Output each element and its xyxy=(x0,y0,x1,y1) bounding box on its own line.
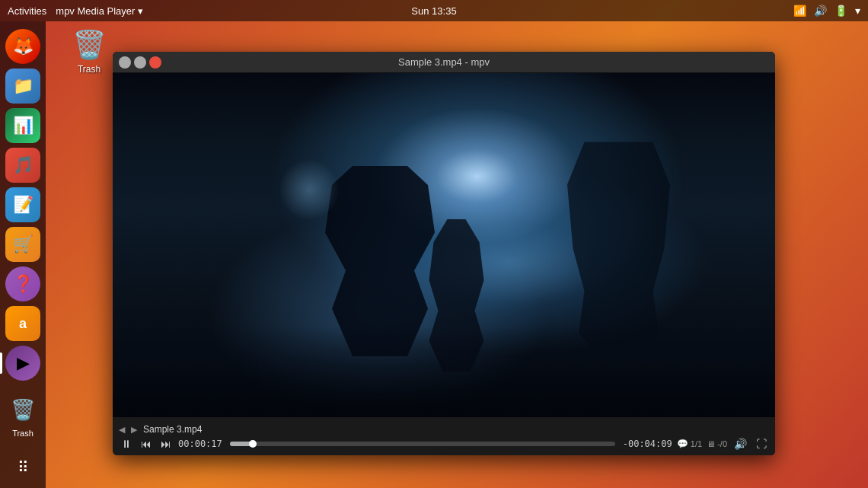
playlist-next-arrow[interactable]: ▶ xyxy=(131,425,137,435)
progress-bar[interactable] xyxy=(230,442,615,446)
system-menu-icon[interactable]: ▾ xyxy=(855,5,860,17)
playlist-prev-arrow[interactable]: ◀ xyxy=(119,425,125,435)
dock-item-firefox[interactable]: 🦊 xyxy=(5,29,40,64)
activities-button[interactable]: Activities xyxy=(8,5,46,17)
next-track-button[interactable]: ⏭ xyxy=(158,438,174,450)
dock-item-writer[interactable]: 📝 xyxy=(5,187,40,222)
dock-item-mpv[interactable]: ▶ xyxy=(5,346,40,381)
dock-item-help[interactable]: ❓ xyxy=(5,266,40,301)
fullscreen-icon: ⛶ xyxy=(756,438,767,450)
dock-item-files[interactable]: 📁 xyxy=(5,69,40,104)
close-button[interactable]: × xyxy=(149,56,161,69)
window-controls: – □ × xyxy=(119,56,164,69)
trash-icon-label: Trash xyxy=(78,64,101,75)
dock: 🦊 📁 📊 🎵 📝 🛒 ❓ a ▶ 🗑️ Trash ⠿ xyxy=(0,21,46,488)
chapter-info: 💬 1/1 xyxy=(677,439,702,449)
help-icon: ❓ xyxy=(13,274,34,294)
minimize-button[interactable]: – xyxy=(119,56,131,69)
dock-item-amazon[interactable]: a xyxy=(5,306,40,341)
progress-thumb xyxy=(249,440,257,448)
time-current: 00:00:17 xyxy=(178,439,222,449)
amazon-label: a xyxy=(19,316,27,332)
screen-size-info: 🖥 -/0 xyxy=(707,439,727,448)
video-frame xyxy=(113,73,775,417)
pause-button[interactable]: ⏸ xyxy=(119,438,134,450)
app-name-label: mpv Media Player xyxy=(56,5,135,17)
app-menu-arrow: ▾ xyxy=(138,5,143,17)
mpv-play-icon: ▶ xyxy=(17,353,30,373)
playlist-filename: Sample 3.mp4 xyxy=(143,424,202,435)
chat-icon: 💬 xyxy=(677,439,688,449)
writer-icon: 📝 xyxy=(13,195,34,215)
apps-grid-icon: ⠿ xyxy=(18,458,29,477)
figure-silhouette-2 xyxy=(562,142,676,355)
screen-icon: 🖥 xyxy=(707,439,715,448)
right-controls: 💬 1/1 🖥 -/0 🔊 ⛶ xyxy=(677,438,769,450)
dock-item-libreoffice[interactable]: 📊 xyxy=(5,108,40,143)
prev-track-button[interactable]: ⏮ xyxy=(139,438,154,450)
window-titlebar: – □ × Sample 3.mp4 - mpv xyxy=(113,52,775,73)
battery-icon[interactable]: 🔋 xyxy=(834,5,847,17)
dock-item-rhythmbox[interactable]: 🎵 xyxy=(5,148,40,183)
files-icon: 📁 xyxy=(13,76,34,96)
video-area[interactable] xyxy=(113,73,775,417)
firefox-icon: 🦊 xyxy=(13,37,34,56)
volume-icon: 🔊 xyxy=(734,438,747,450)
appstore-icon: 🛒 xyxy=(13,234,34,254)
volume-button[interactable]: 🔊 xyxy=(732,438,749,450)
audio-tracks: -/0 xyxy=(717,439,727,448)
trash-icon: 🗑️ xyxy=(72,29,107,61)
control-bar: ◀ ▶ Sample 3.mp4 ⏸ ⏮ ⏭ 00:00:17 -00:04:0… xyxy=(113,417,775,455)
time-remaining: -00:04:09 xyxy=(623,439,672,449)
app-menu[interactable]: mpv Media Player ▾ xyxy=(56,5,143,17)
controls-row: ⏸ ⏮ ⏭ 00:00:17 -00:04:09 💬 1/1 🖥 -/0 🔊 xyxy=(119,438,769,450)
clock: Sun 13:35 xyxy=(411,5,456,17)
window-title: Sample 3.mp4 - mpv xyxy=(164,56,723,68)
glow-spot xyxy=(279,159,340,220)
mpv-window: – □ × Sample 3.mp4 - mpv ◀ ▶ Sample 3.mp… xyxy=(113,52,775,455)
playlist-row: ◀ ▶ Sample 3.mp4 xyxy=(119,423,769,436)
dock-item-appstore[interactable]: 🛒 xyxy=(5,227,40,262)
chapter-display: 1/1 xyxy=(691,439,702,448)
wifi-icon[interactable]: 📶 xyxy=(793,5,806,17)
libreoffice-icon: 📊 xyxy=(13,116,34,136)
desktop-trash-icon[interactable]: 🗑️ Trash xyxy=(62,29,116,75)
trash-label: Trash xyxy=(12,429,34,438)
maximize-button[interactable]: □ xyxy=(134,56,146,69)
show-apps-button[interactable]: ⠿ xyxy=(5,450,40,485)
volume-icon[interactable]: 🔊 xyxy=(814,5,827,17)
topbar: Activities mpv Media Player ▾ Sun 13:35 … xyxy=(0,0,868,21)
fullscreen-button[interactable]: ⛶ xyxy=(754,438,769,450)
trash-area: 🗑️ Trash xyxy=(5,392,40,438)
rhythmbox-icon: 🎵 xyxy=(13,155,34,175)
trash-icon-button[interactable]: 🗑️ xyxy=(5,392,40,427)
